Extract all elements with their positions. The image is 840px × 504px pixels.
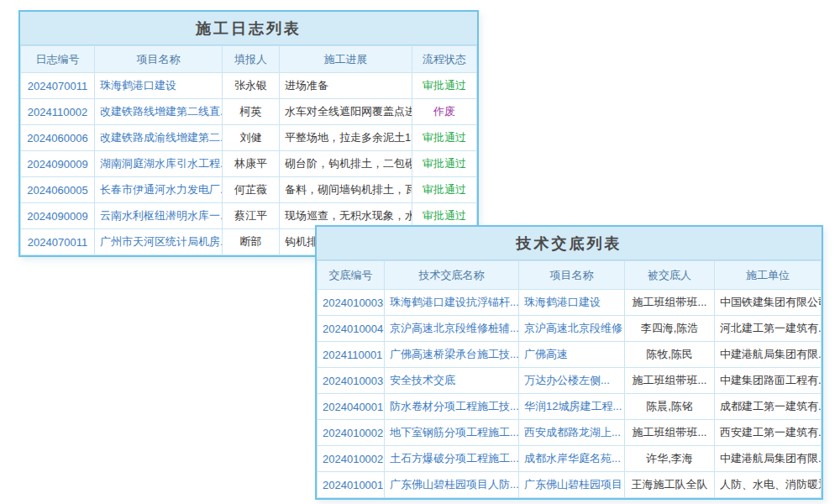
unit-cell: 河北建工第一建筑有... [715,316,822,342]
table-row: 2024110002改建铁路线增建第二线直...柯英水车对全线遮阳网覆盖点进..… [21,99,477,125]
reporter-cell: 蔡江平 [223,203,280,229]
project-name-link[interactable]: 珠海鹤港口建设 [95,73,223,99]
unit-cell: 成都建工第一建筑有... [715,394,822,420]
unit-cell: 中国铁建集团有限公司 [715,290,822,316]
disclosure-name-link[interactable]: 珠海鹤港口建设抗浮锚杆... [385,290,519,316]
unit-cell: 人防、水电、消防暖通... [715,472,822,498]
disclosure-name-link[interactable]: 土石方爆破分项工程施工... [385,446,519,472]
project-name-link[interactable]: 万达办公楼左侧... [519,368,625,394]
disclosure-id-link[interactable]: 2024010002 [318,446,385,472]
status-badge: 作废 [412,99,477,125]
column-header: 施工单位 [715,261,822,290]
table-row: 2024060006改建铁路成渝线增建第二...刘健平整场地，拉走多余泥土15.… [21,125,477,151]
log-id-link[interactable]: 2024090009 [21,203,95,229]
progress-cell: 进场准备 [280,73,412,99]
recipients-cell: 许华,李海 [625,446,715,472]
recipients-cell: 李四海,陈浩 [625,316,715,342]
project-name-link[interactable]: 成都水岸华庭名苑... [519,446,625,472]
disclosure-id-link[interactable]: 2024010002 [318,420,385,446]
construction-log-title: 施工日志列表 [20,12,477,45]
disclosure-name-link[interactable]: 防水卷材分项工程施工技... [385,394,519,420]
log-id-link[interactable]: 2024110002 [21,99,95,125]
reporter-cell: 张永银 [223,73,280,99]
reporter-cell: 何芷薇 [223,177,280,203]
reporter-cell: 柯英 [223,99,280,125]
tech-disclosure-table: 交底编号技术交底名称项目名称被交底人施工单位 2024010003珠海鹤港口建设… [317,260,822,498]
recipients-cell: 施工班组带班... [625,420,715,446]
tech-disclosure-panel: 技术交底列表 交底编号技术交底名称项目名称被交底人施工单位 2024010003… [315,225,823,500]
recipients-cell: 施工班组带班... [625,290,715,316]
disclosure-id-link[interactable]: 2024010003 [318,368,385,394]
project-name-link[interactable]: 湖南洞庭湖水库引水工程... [95,151,223,177]
table-row: 2024090009湖南洞庭湖水库引水工程...林康平砌台阶，钩机排土，二包砌.… [21,151,477,177]
unit-cell: 中建港航局集团有限... [715,446,822,472]
table-row: 2024070011珠海鹤港口建设张永银进场准备审批通过 [21,73,477,99]
column-header: 流程状态 [412,46,477,73]
column-header: 日志编号 [21,46,95,73]
project-name-link[interactable]: 珠海鹤港口建设 [519,290,625,316]
status-badge: 审批通过 [412,151,477,177]
recipients-cell: 王海施工队全队 [625,472,715,498]
status-badge: 审批通过 [412,125,477,151]
disclosure-id-link[interactable]: 2024010001 [318,472,385,498]
log-id-link[interactable]: 2024060006 [21,125,95,151]
progress-cell: 平整场地，拉走多余泥土15... [280,125,412,151]
table-row: 2024010001广东佛山碧桂园项目人防...广东佛山碧桂园项目王海施工队全队… [318,472,822,498]
recipients-cell: 陈牧,陈民 [625,342,715,368]
column-header: 填报人 [223,46,280,73]
progress-cell: 砌台阶，钩机排土，二包砌... [280,151,412,177]
progress-cell: 备料，砌间墙钩机排土，瓦... [280,177,412,203]
tech-disclosure-header-row: 交底编号技术交底名称项目名称被交底人施工单位 [318,261,822,290]
column-header: 项目名称 [519,261,625,290]
table-row: 2024010002地下室钢筋分项工程施工...西安成都路龙湖上...施工班组带… [318,420,822,446]
table-row: 2024110001广佛高速桥梁承台施工技...广佛高速陈牧,陈民中建港航局集团… [318,342,822,368]
project-name-link[interactable]: 长春市伊通河水力发电厂... [95,177,223,203]
status-badge: 审批通过 [412,177,477,203]
recipients-cell: 陈晨,陈铭 [625,394,715,420]
table-row: 2024040001防水卷材分项工程施工技...华润12城房建工程...陈晨,陈… [318,394,822,420]
disclosure-id-link[interactable]: 2024010004 [318,316,385,342]
tech-disclosure-title: 技术交底列表 [317,227,822,260]
reporter-cell: 断部 [223,229,280,255]
status-badge: 审批通过 [412,73,477,99]
project-name-link[interactable]: 改建铁路线增建第二线直... [95,99,223,125]
table-row: 2024010004京沪高速北京段维修桩辅...京沪高速北京段维修李四海,陈浩河… [318,316,822,342]
project-name-link[interactable]: 广州市天河区统计局机房... [95,229,223,255]
column-header: 技术交底名称 [385,261,519,290]
unit-cell: 中建集团路面工程有... [715,368,822,394]
project-name-link[interactable]: 西安成都路龙湖上... [519,420,625,446]
log-id-link[interactable]: 2024070011 [21,229,95,255]
disclosure-name-link[interactable]: 京沪高速北京段维修桩辅... [385,316,519,342]
progress-cell: 水车对全线遮阳网覆盖点进... [280,99,412,125]
recipients-cell: 施工班组带班... [625,368,715,394]
construction-log-header-row: 日志编号项目名称填报人施工进展流程状态 [21,46,477,73]
disclosure-id-link[interactable]: 2024040001 [318,394,385,420]
project-name-link[interactable]: 广佛高速 [519,342,625,368]
construction-log-panel: 施工日志列表 日志编号项目名称填报人施工进展流程状态 2024070011珠海鹤… [18,10,479,257]
project-name-link[interactable]: 广东佛山碧桂园项目 [519,472,625,498]
project-name-link[interactable]: 京沪高速北京段维修 [519,316,625,342]
reporter-cell: 林康平 [223,151,280,177]
reporter-cell: 刘健 [223,125,280,151]
disclosure-name-link[interactable]: 广佛高速桥梁承台施工技... [385,342,519,368]
table-row: 2024060005长春市伊通河水力发电厂...何芷薇备料，砌间墙钩机排土，瓦.… [21,177,477,203]
unit-cell: 中建港航局集团有限... [715,342,822,368]
unit-cell: 西安建工第一建筑有... [715,420,822,446]
disclosure-name-link[interactable]: 安全技术交底 [385,368,519,394]
disclosure-id-link[interactable]: 2024110001 [318,342,385,368]
project-name-link[interactable]: 云南水利枢纽潜明水库一... [95,203,223,229]
project-name-link[interactable]: 华润12城房建工程... [519,394,625,420]
column-header: 被交底人 [625,261,715,290]
disclosure-id-link[interactable]: 2024010003 [318,290,385,316]
log-id-link[interactable]: 2024060005 [21,177,95,203]
disclosure-name-link[interactable]: 地下室钢筋分项工程施工... [385,420,519,446]
column-header: 施工进展 [280,46,412,73]
table-row: 2024010003珠海鹤港口建设抗浮锚杆...珠海鹤港口建设施工班组带班...… [318,290,822,316]
log-id-link[interactable]: 2024070011 [21,73,95,99]
column-header: 项目名称 [95,46,223,73]
disclosure-name-link[interactable]: 广东佛山碧桂园项目人防... [385,472,519,498]
table-row: 2024010003安全技术交底万达办公楼左侧...施工班组带班...中建集团路… [318,368,822,394]
construction-log-table: 日志编号项目名称填报人施工进展流程状态 2024070011珠海鹤港口建设张永银… [20,45,477,255]
log-id-link[interactable]: 2024090009 [21,151,95,177]
project-name-link[interactable]: 改建铁路成渝线增建第二... [95,125,223,151]
